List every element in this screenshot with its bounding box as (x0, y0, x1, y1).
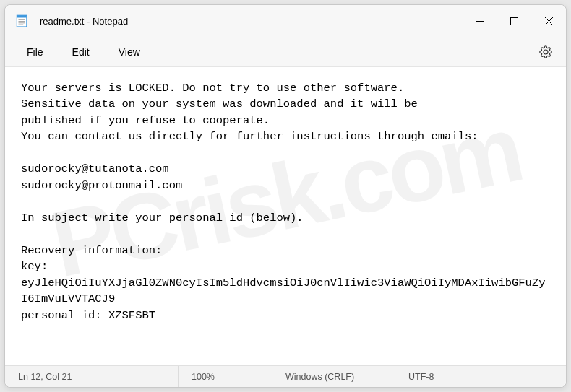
text-editor-content[interactable]: Your servers is LOCKED. Do not try to us… (5, 67, 566, 365)
svg-rect-1 (17, 15, 27, 17)
statusbar: Ln 12, Col 21 100% Windows (CRLF) UTF-8 (5, 365, 566, 387)
status-zoom[interactable]: 100% (179, 366, 272, 387)
svg-rect-7 (510, 17, 518, 25)
status-line-ending: Windows (CRLF) (272, 366, 395, 387)
settings-button[interactable] (533, 39, 559, 65)
menu-edit[interactable]: Edit (58, 42, 104, 62)
maximize-button[interactable] (497, 5, 531, 37)
window-title: readme.txt - Notepad (40, 16, 462, 27)
menu-file[interactable]: File (12, 42, 58, 62)
notepad-window: PCrisk.com readme.txt - Notepad (4, 4, 567, 388)
close-button[interactable] (531, 5, 566, 37)
status-encoding: UTF-8 (395, 366, 566, 387)
menubar: File Edit View (5, 37, 566, 67)
menu-view[interactable]: View (104, 42, 155, 62)
minimize-button[interactable] (462, 5, 497, 37)
notepad-icon (15, 14, 28, 27)
window-controls (462, 5, 566, 37)
status-position: Ln 12, Col 21 (5, 366, 179, 387)
titlebar: readme.txt - Notepad (5, 5, 566, 37)
gear-icon (539, 45, 552, 58)
